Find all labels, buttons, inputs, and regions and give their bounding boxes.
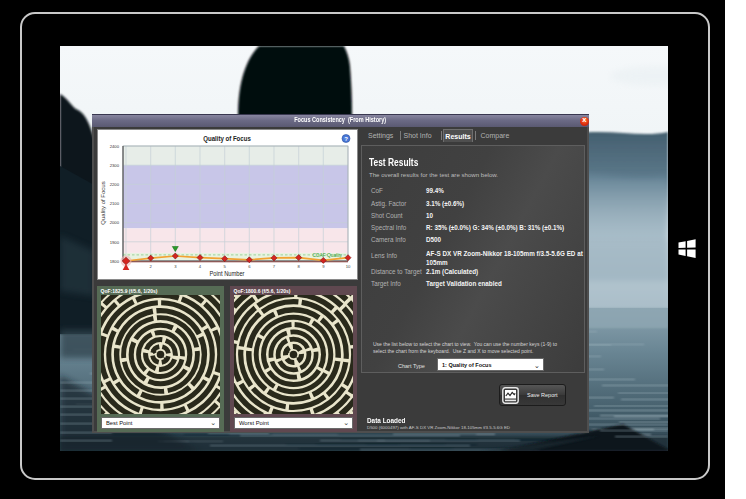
svg-text:Point Number: Point Number — [209, 269, 245, 277]
svg-text:6: 6 — [248, 264, 251, 269]
svg-text:Quality of Focus: Quality of Focus — [203, 134, 251, 143]
svg-text:2300: 2300 — [110, 163, 120, 168]
svg-text:3: 3 — [174, 264, 177, 269]
svg-text:8: 8 — [298, 264, 301, 269]
svg-text:7: 7 — [273, 264, 276, 269]
svg-text:2100: 2100 — [110, 201, 120, 206]
svg-text:2000: 2000 — [110, 220, 120, 225]
svg-text:?: ? — [344, 136, 348, 142]
svg-text:1800: 1800 — [110, 259, 120, 264]
svg-text:2200: 2200 — [110, 182, 120, 187]
svg-text:10: 10 — [346, 264, 351, 269]
svg-text:COAF Quality: COAF Quality — [312, 253, 342, 258]
svg-text:2400: 2400 — [110, 144, 120, 149]
svg-text:2: 2 — [150, 264, 153, 269]
svg-text:4: 4 — [199, 264, 202, 269]
svg-text:Quality of Focus: Quality of Focus — [100, 181, 106, 224]
svg-text:1900: 1900 — [110, 240, 120, 245]
svg-text:9: 9 — [322, 264, 325, 269]
